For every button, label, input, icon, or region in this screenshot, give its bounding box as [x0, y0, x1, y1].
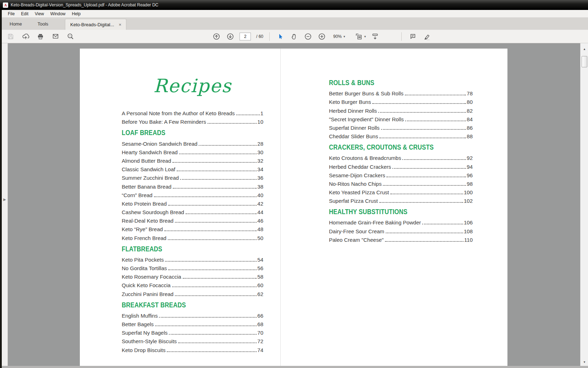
tab-tools[interactable]: Tools [30, 18, 56, 30]
page-scrolling-button[interactable] [370, 32, 380, 41]
hand-tool-button[interactable] [290, 32, 299, 41]
toc-entry[interactable]: Keto Rosemary Focaccia 58 [122, 272, 263, 280]
menu-edit[interactable]: Edit [18, 11, 32, 17]
toc-entry-page-number: 82 [467, 107, 473, 114]
toc-entry[interactable]: “Corn” Bread 40 [122, 190, 263, 199]
save-button[interactable] [6, 32, 15, 41]
toc-entry-page-number: 1 [260, 110, 263, 117]
toc-entry[interactable]: Paleo Cream "Cheese" 110 [329, 235, 473, 243]
toc-entry[interactable]: Cashew Sourdough Bread 44 [122, 207, 263, 216]
expand-panel-icon[interactable]: ▶ [3, 197, 6, 201]
close-tab-icon[interactable]: × [118, 22, 123, 27]
share-button[interactable] [21, 32, 30, 41]
toc-entry[interactable]: Keto Pita Pockets 54 [122, 255, 263, 263]
page-number-input[interactable] [240, 33, 251, 40]
vertical-scrollbar[interactable]: ▲ ▼ [580, 43, 588, 366]
toc-entry[interactable]: Herbed Cheddar Crackers 94 [329, 161, 473, 170]
email-button[interactable] [51, 32, 60, 41]
next-page-button[interactable] [226, 32, 235, 41]
zoom-out-button[interactable] [303, 32, 313, 41]
toc-entry[interactable]: Southern-Style Biscuits 72 [122, 336, 263, 345]
zoom-level-value: 90% [333, 34, 342, 39]
recipes-script-title: Recipes [122, 76, 263, 95]
toc-section-heading: LOAF BREADS [122, 129, 263, 136]
toc-entry[interactable]: Homemade Grain-Free Baking Powder 106 [329, 217, 473, 226]
envelope-icon [52, 33, 59, 40]
select-tool-button[interactable] [276, 32, 285, 41]
toc-entry[interactable]: Cheddar Slider Buns 88 [329, 131, 473, 140]
toc-entry[interactable]: Better Burger Buns & Sub Rolls 78 [329, 88, 473, 97]
toc-entry-title: Keto Burger Buns [329, 99, 371, 105]
dotted-leader [168, 205, 257, 206]
toc-entry[interactable]: Better Banana Bread 38 [122, 181, 263, 190]
zoom-level-dropdown[interactable]: 90% ▾ [331, 32, 345, 41]
tab-document[interactable]: Keto-Breads-Digital... × [65, 19, 126, 30]
toc-entry-title: Summer Zucchini Bread [122, 174, 179, 181]
toc-entry-title: “Corn” Bread [122, 192, 153, 199]
toc-entry-title: Superfat Ny Bagels [122, 329, 167, 336]
highlight-button[interactable] [422, 32, 432, 41]
fit-width-dropdown[interactable]: ▾ [355, 32, 366, 41]
tab-home[interactable]: Home [2, 18, 30, 30]
navigation-pane-strip[interactable]: ▶ [2, 43, 8, 366]
toc-entry-page-number: 50 [257, 235, 263, 241]
toc-entry[interactable]: Superfat Ny Bagels 70 [122, 328, 263, 336]
toc-entry[interactable]: Quick Keto Focaccia 60 [122, 280, 263, 289]
previous-page-button[interactable] [212, 32, 221, 41]
scroll-up-arrow-icon[interactable]: ▲ [581, 46, 588, 52]
toc-entry[interactable]: Superfat Pizza Crust 102 [329, 196, 473, 204]
toc-entry-page-number: 86 [467, 124, 473, 131]
toc-entry[interactable]: Sesame-Dijon Crackers 96 [329, 170, 473, 179]
menu-file[interactable]: File [5, 11, 18, 17]
toc-entry[interactable]: Almond Butter Bread 32 [122, 156, 263, 164]
toc-entry-title: Superfat Dinner Rolls [329, 124, 380, 131]
toc-entry-title: No Gordita Tortillas [122, 265, 167, 272]
page-up-icon [213, 33, 220, 40]
toc-entry[interactable]: Keto Protein Bread 42 [122, 199, 263, 207]
pdf-page-left: Recipes A Personal Note from the Author … [80, 49, 280, 366]
dotted-leader [379, 138, 466, 138]
toc-entry[interactable]: Zucchini Panini Bread 62 [122, 289, 263, 297]
toc-entry[interactable]: Dairy-Free Sour Cream 108 [329, 226, 473, 234]
toc-entry[interactable]: Real-Deal Keto Bread 46 [122, 216, 263, 224]
toc-entry[interactable]: "Secret Ingredient" Dinner Rolls 84 [329, 114, 473, 123]
toc-entry[interactable]: Herbed Dinner Rolls 82 [329, 105, 473, 114]
toc-entry-page-number: 66 [257, 312, 263, 319]
dotted-leader [390, 194, 463, 194]
menu-window[interactable]: Window [47, 11, 69, 17]
toc-entry[interactable]: Superfat Dinner Rolls 86 [329, 123, 473, 131]
scroll-down-arrow-icon[interactable]: ▼ [581, 359, 588, 365]
toc-entry[interactable]: Hearty Sandwich Bread 30 [122, 147, 263, 156]
scrollbar-thumb[interactable] [582, 56, 587, 67]
toc-entry-page-number: 36 [257, 174, 263, 181]
toc-entry-page-number: 98 [467, 180, 473, 187]
toc-entry-title: Superfat Pizza Crust [329, 197, 378, 204]
toc-entry[interactable]: A Personal Note from the Author of Keto … [122, 108, 263, 117]
dotted-leader [169, 334, 257, 335]
comment-button[interactable] [408, 32, 417, 41]
toc-entry[interactable]: Keto Drop Biscuits 74 [122, 345, 263, 353]
toc-entry[interactable]: Keto Croutons & Breadcrumbs 92 [329, 153, 473, 161]
menu-view[interactable]: View [32, 11, 47, 17]
toc-entry[interactable]: Better Bagels 68 [122, 319, 263, 328]
toc-entry[interactable]: Before You Bake: A Few Reminders 10 [122, 117, 263, 125]
toc-entry[interactable]: English Muffins 66 [122, 311, 263, 319]
dotted-leader [165, 261, 257, 262]
toc-entry[interactable]: No-Ritos Nacho Chips 98 [329, 179, 473, 187]
find-button[interactable] [66, 32, 75, 41]
title-bar: A Keto-Breads-Digital-Version_Spreads_Up… [0, 0, 588, 10]
toc-entry[interactable]: Sesame-Onion Sandwich Bread 28 [122, 138, 263, 147]
toc-entry[interactable]: Summer Zucchini Bread 36 [122, 173, 263, 181]
toc-entry[interactable]: Keto French Bread 50 [122, 233, 263, 241]
toc-entry[interactable]: Keto Burger Buns 80 [329, 97, 473, 105]
dotted-leader [386, 177, 466, 177]
toc-entry-page-number: 60 [257, 282, 263, 289]
toc-entry[interactable]: Keto Yeasted Pizza Crust 100 [329, 187, 473, 196]
toc-entry[interactable]: No Gordita Tortillas 56 [122, 263, 263, 272]
menu-help[interactable]: Help [69, 11, 84, 17]
toc-entry[interactable]: Classic Sandwich Loaf 34 [122, 164, 263, 173]
toc-entry-page-number: 96 [467, 172, 473, 179]
toc-entry[interactable]: Keto “Rye” Bread 48 [122, 224, 263, 233]
print-button[interactable] [36, 32, 45, 41]
zoom-in-button[interactable] [317, 32, 326, 41]
